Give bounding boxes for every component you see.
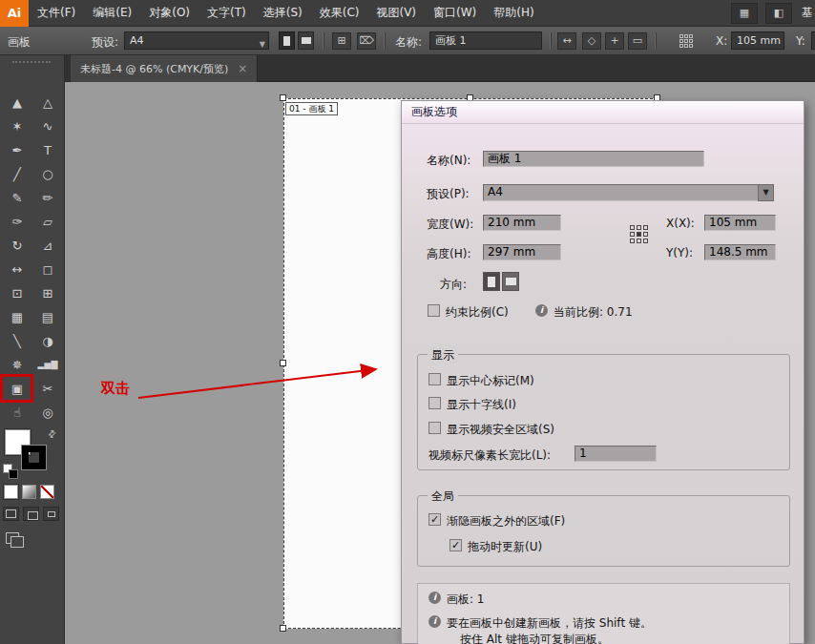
gradient-button[interactable] bbox=[22, 485, 36, 499]
menu-view[interactable]: 视图(V) bbox=[367, 5, 425, 21]
arrange-documents-icon[interactable]: ◧ bbox=[765, 3, 792, 24]
artboard-handle-top-left[interactable] bbox=[280, 94, 286, 101]
menu-window[interactable]: 窗口(W) bbox=[425, 5, 485, 21]
swap-fill-stroke-icon[interactable]: ⇄ bbox=[45, 427, 58, 441]
eyedropper-tool[interactable]: ╲ bbox=[3, 330, 31, 352]
show-video-safe-areas-icon[interactable]: ▭ bbox=[628, 32, 647, 50]
show-cross-hairs-checkbox[interactable] bbox=[428, 397, 441, 409]
stroke-color-swatch[interactable] bbox=[22, 446, 46, 469]
scale-tool[interactable]: ⊿ bbox=[33, 235, 62, 257]
height-input[interactable]: 297 mm bbox=[483, 244, 561, 260]
name-label: 名称(N): bbox=[427, 153, 470, 169]
rotate-tool[interactable]: ↻ bbox=[3, 235, 31, 257]
orientation-label: 方向: bbox=[440, 277, 467, 293]
blob-brush-tool[interactable]: ✑ bbox=[3, 211, 31, 233]
preset-label: 预设: bbox=[92, 34, 118, 51]
info-icon: i bbox=[428, 615, 441, 628]
chevron-down-icon[interactable]: ▼ bbox=[758, 184, 774, 201]
hand-tool[interactable]: ☝ bbox=[3, 402, 31, 424]
separator bbox=[323, 32, 324, 50]
type-tool[interactable]: T bbox=[33, 139, 62, 161]
free-transform-tool[interactable]: ◻ bbox=[33, 259, 62, 280]
landscape-orientation-button[interactable] bbox=[502, 272, 519, 291]
delete-artboard-icon[interactable]: ⌦ bbox=[357, 32, 376, 50]
y-input[interactable]: 148.5 mm bbox=[704, 244, 776, 260]
gradient-tool[interactable]: ▤ bbox=[33, 306, 62, 328]
blend-tool[interactable]: ◑ bbox=[33, 330, 62, 352]
dialog-title-bar[interactable]: 画板选项 bbox=[402, 101, 804, 124]
eraser-tool[interactable]: ▱ bbox=[33, 211, 62, 233]
symbol-sprayer-tool[interactable]: ✵ bbox=[3, 354, 31, 376]
menu-edit[interactable]: 编辑(E) bbox=[84, 5, 140, 21]
show-center-mark-checkbox[interactable] bbox=[428, 373, 441, 385]
workspace-switcher[interactable]: 基 bbox=[802, 5, 815, 21]
rearrange-artboards-icon[interactable] bbox=[679, 34, 693, 48]
preset-select[interactable]: A4 bbox=[483, 184, 774, 201]
document-tab[interactable]: 未标题-4 @ 66% (CMYK/预览)× bbox=[71, 55, 258, 82]
artboard-handle-bottom-left[interactable] bbox=[280, 625, 286, 632]
show-center-mark-icon[interactable]: ◇ bbox=[582, 32, 601, 50]
new-artboard-icon[interactable]: ⊞ bbox=[332, 32, 351, 50]
zoom-tool[interactable]: ◎ bbox=[33, 402, 62, 424]
magic-wand-tool[interactable]: ✶ bbox=[3, 115, 31, 137]
portrait-orientation-button[interactable] bbox=[483, 272, 500, 291]
preset-select[interactable]: A4 ▼ bbox=[124, 31, 269, 50]
x-input[interactable]: 105 mm bbox=[704, 215, 776, 231]
move-artwork-icon[interactable]: ↔ bbox=[557, 32, 576, 50]
show-cross-hairs-icon[interactable]: + bbox=[605, 32, 624, 50]
width-label: 宽度(W): bbox=[427, 217, 473, 233]
draw-normal-mode-button[interactable] bbox=[3, 507, 19, 521]
width-tool[interactable]: ↔ bbox=[3, 259, 31, 280]
artboard-name-input[interactable]: 画板 1 bbox=[483, 151, 704, 167]
close-icon[interactable]: × bbox=[238, 62, 247, 75]
column-graph-tool[interactable]: ▂▅▇ bbox=[33, 354, 62, 376]
fade-region-checkbox[interactable]: ✓ bbox=[428, 513, 441, 526]
landscape-icon bbox=[302, 37, 311, 44]
video-ruler-ratio-label: 视频标尺像素长宽比(L): bbox=[428, 447, 551, 464]
menu-object[interactable]: 对象(O) bbox=[140, 5, 199, 21]
lasso-tool[interactable]: ∿ bbox=[33, 115, 62, 137]
color-button[interactable] bbox=[4, 485, 18, 499]
panel-grip[interactable] bbox=[12, 61, 51, 63]
artboard-name-input[interactable]: 画板 1 bbox=[429, 31, 542, 50]
landscape-orientation-button[interactable] bbox=[298, 31, 314, 50]
menu-file[interactable]: 文件(F) bbox=[29, 5, 84, 21]
menu-select[interactable]: 选择(S) bbox=[255, 5, 311, 21]
menu-effect[interactable]: 效果(C) bbox=[311, 5, 368, 21]
preset-value: A4 bbox=[130, 34, 144, 47]
width-input[interactable]: 210 mm bbox=[483, 215, 561, 231]
menu-help[interactable]: 帮助(H) bbox=[485, 5, 542, 21]
line-segment-tool[interactable]: ╱ bbox=[3, 163, 31, 185]
shape-builder-tool[interactable]: ⊡ bbox=[3, 282, 31, 304]
selection-tool[interactable]: ▲ bbox=[3, 92, 31, 114]
document-tab-bar: 未标题-4 @ 66% (CMYK/预览)× bbox=[65, 55, 815, 82]
pencil-tool[interactable]: ✏ bbox=[33, 187, 62, 209]
y-input[interactable] bbox=[811, 31, 815, 50]
update-while-dragging-checkbox[interactable]: ✓ bbox=[449, 539, 462, 551]
slice-tool[interactable]: ✂ bbox=[33, 378, 62, 400]
portrait-icon bbox=[283, 36, 290, 46]
portrait-orientation-button[interactable] bbox=[279, 31, 295, 50]
menu-type[interactable]: 文字(T) bbox=[199, 5, 255, 21]
none-button[interactable] bbox=[40, 485, 54, 499]
perspective-grid-tool[interactable]: ⊞ bbox=[33, 282, 62, 304]
default-fill-stroke-icon[interactable] bbox=[9, 469, 18, 479]
screen-mode-button[interactable] bbox=[6, 532, 23, 546]
draw-behind-mode-button[interactable] bbox=[23, 507, 39, 521]
reference-point-selector[interactable] bbox=[630, 225, 648, 243]
video-ruler-ratio-input[interactable]: 1 bbox=[575, 446, 657, 462]
artboard-options-dialog: 画板选项 名称(N): 画板 1 预设(P): A4 ▼ 宽度(W): 210 … bbox=[401, 100, 805, 644]
direct-selection-tool[interactable]: △ bbox=[33, 92, 62, 114]
x-input[interactable]: 105 mm bbox=[731, 31, 784, 50]
bridge-icon[interactable]: ▦ bbox=[731, 3, 758, 24]
show-video-safe-areas-checkbox[interactable] bbox=[428, 422, 441, 434]
y-label: Y: bbox=[796, 34, 805, 48]
info-box: i 画板: 1 i 要在画板中创建新画板，请按 Shift 键。 按住 Alt … bbox=[417, 583, 790, 644]
ellipse-tool[interactable]: ○ bbox=[33, 163, 62, 185]
show-video-safe-areas-label: 显示视频安全区域(S) bbox=[447, 422, 554, 438]
mesh-tool[interactable]: ▦ bbox=[3, 306, 31, 328]
pen-tool[interactable]: ✒ bbox=[3, 139, 31, 161]
constrain-proportions-checkbox[interactable] bbox=[428, 304, 440, 317]
draw-inside-mode-button[interactable] bbox=[43, 507, 59, 521]
paintbrush-tool[interactable]: ✎ bbox=[3, 187, 31, 209]
